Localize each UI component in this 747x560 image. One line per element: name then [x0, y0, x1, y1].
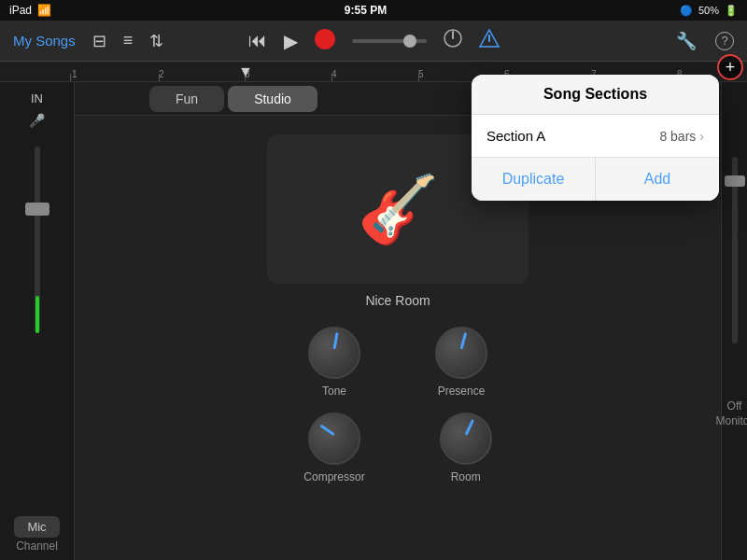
toolbar-right: 🔧 ?: [511, 27, 739, 55]
popup-title: Song Sections: [543, 86, 647, 102]
bluetooth-icon: 🔵: [680, 5, 693, 17]
song-sections-popup: Song Sections Section A 8 bars › Duplica…: [472, 75, 719, 201]
presence-knob-indicator: [460, 332, 468, 349]
volume-slider[interactable]: [352, 39, 427, 43]
right-fader-thumb[interactable]: [725, 175, 745, 187]
compressor-knob-indicator: [319, 424, 334, 436]
in-label: IN: [31, 91, 43, 105]
master-button[interactable]: [479, 29, 500, 52]
compressor-knob-label: Compressor: [303, 470, 364, 483]
ruler-mark-1: 1: [72, 69, 78, 79]
monitor-bottom: Off Monitor: [722, 399, 748, 435]
right-fader-track[interactable]: [732, 157, 738, 343]
chevron-right-icon: ›: [699, 129, 704, 144]
status-left: iPad 📶: [9, 4, 51, 17]
wrench-icon: 🔧: [676, 31, 697, 51]
metronome-button[interactable]: [444, 29, 462, 52]
status-bar: iPad 📶 9:55 PM 🔵 50% 🔋: [0, 0, 747, 21]
presence-knob-container: Presence: [435, 327, 487, 398]
guitar-emoji: 🎸: [358, 176, 439, 242]
toolbar-left: My Songs ⊟ ≡ ⇅: [9, 27, 237, 55]
tab-studio[interactable]: Studio: [228, 86, 317, 112]
popup-section-row[interactable]: Section A 8 bars ›: [472, 115, 719, 158]
rewind-button[interactable]: ⏮: [248, 30, 267, 51]
room-knob-indicator: [464, 419, 473, 436]
compressor-knob-container: Compressor: [303, 413, 364, 483]
toolbar-center: ⏮ ▶: [248, 29, 500, 52]
room-knob[interactable]: [440, 413, 492, 465]
room-knob-container: Room: [440, 413, 492, 483]
track-view-icon: ⊟: [92, 31, 106, 51]
knobs-row-1: Tone Presence: [308, 327, 487, 398]
help-icon: ?: [715, 32, 734, 50]
status-right: 🔵 50% 🔋: [680, 5, 738, 17]
room-knob-label: Room: [451, 470, 481, 483]
record-circle-icon: [315, 29, 335, 49]
tone-knob-label: Tone: [322, 385, 346, 398]
playhead[interactable]: ▼: [238, 63, 251, 77]
bottom-labels: Mic Channel: [0, 516, 74, 560]
mixer-icon: ⇅: [149, 31, 163, 51]
battery-label: 50%: [698, 5, 719, 16]
monitor-label: Monitor: [716, 414, 748, 427]
tone-knob-container: Tone: [308, 327, 360, 398]
instrument-name-label: Nice Room: [365, 293, 430, 308]
plus-button-container: +: [717, 54, 743, 80]
fader-track[interactable]: [35, 147, 40, 333]
section-name-label: Section A: [486, 128, 545, 144]
level-indicator: [35, 296, 39, 333]
toolbar: My Songs ⊟ ≡ ⇅ ⏮ ▶: [0, 21, 747, 62]
track-view-button[interactable]: ⊟: [89, 27, 110, 55]
list-view-button[interactable]: ≡: [120, 27, 137, 54]
duplicate-button[interactable]: Duplicate: [472, 158, 596, 201]
tab-fun[interactable]: Fun: [149, 86, 224, 112]
left-sidebar: IN 🎤 Mic Channel: [0, 82, 75, 560]
status-time: 9:55 PM: [345, 4, 387, 17]
master-icon: [479, 29, 500, 48]
popup-title-bar: Song Sections: [472, 75, 719, 115]
off-label: Off: [727, 399, 742, 413]
fader-thumb[interactable]: [25, 203, 49, 216]
wrench-button[interactable]: 🔧: [672, 27, 700, 55]
mic-button[interactable]: Mic: [14, 516, 59, 538]
add-button[interactable]: Add: [596, 158, 719, 201]
popup-actions: Duplicate Add: [472, 158, 719, 201]
play-button[interactable]: ▶: [284, 30, 298, 52]
knobs-row-2: Compressor Room: [303, 413, 491, 483]
help-button[interactable]: ?: [712, 28, 738, 54]
tone-knob[interactable]: [308, 327, 360, 379]
add-section-button[interactable]: +: [717, 54, 743, 80]
wifi-icon: 📶: [37, 4, 51, 17]
list-view-icon: ≡: [123, 31, 134, 50]
battery-icon: 🔋: [725, 5, 738, 17]
section-bars-right: 8 bars ›: [659, 129, 704, 144]
metronome-icon: [444, 29, 462, 48]
right-sidebar: Off Monitor: [721, 82, 747, 560]
bars-label: 8 bars: [659, 129, 696, 144]
tone-knob-indicator: [333, 332, 339, 349]
ipad-label: iPad: [9, 4, 32, 17]
presence-knob-label: Presence: [438, 385, 486, 398]
record-button[interactable]: [315, 29, 335, 52]
channel-label: Channel: [16, 539, 58, 553]
mixer-button[interactable]: ⇅: [146, 27, 167, 55]
presence-knob[interactable]: [435, 327, 487, 379]
compressor-knob[interactable]: [308, 413, 360, 465]
my-songs-button[interactable]: My Songs: [9, 29, 79, 52]
volume-thumb: [403, 35, 416, 48]
mic-icon: 🎤: [29, 113, 45, 128]
